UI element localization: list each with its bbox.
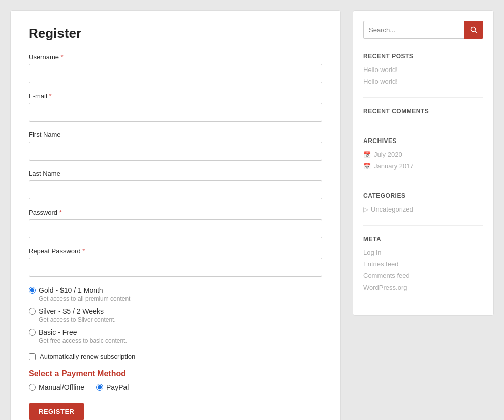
auto-renew-label: Automatically renew subscription <box>40 353 135 360</box>
repeat-password-label: Repeat Password * <box>29 247 322 255</box>
plan-silver-description: Get access to Silver content. <box>39 316 322 323</box>
archive-january-2017-label: January 2017 <box>374 162 414 170</box>
repeat-password-group: Repeat Password * <box>29 247 322 277</box>
plan-gold-radio[interactable] <box>29 287 36 294</box>
email-input[interactable] <box>29 103 322 122</box>
username-input[interactable] <box>29 64 322 83</box>
calendar-icon-2: 📅 <box>363 163 371 170</box>
meta-title: META <box>363 236 483 243</box>
lastname-group: Last Name <box>29 170 322 199</box>
plan-gold: Gold - $10 / 1 Month Get access to all p… <box>29 286 322 302</box>
search-input[interactable] <box>363 21 464 39</box>
meta-entries-feed[interactable]: Entries feed <box>363 260 483 268</box>
meta-comments-feed[interactable]: Comments feed <box>363 272 483 279</box>
recent-posts-section: RECENT POSTS Hello world! Hello world! <box>363 53 483 85</box>
plan-gold-description: Get access to all premium content <box>39 295 322 302</box>
meta-wordpress-org[interactable]: WordPress.org <box>363 284 483 291</box>
plan-basic-description: Get free access to basic content. <box>39 337 322 344</box>
payment-paypal-label: PayPal <box>106 383 129 391</box>
categories-section: CATEGORIES ▷ Uncategorized <box>363 192 483 213</box>
repeat-password-input[interactable] <box>29 258 322 277</box>
auto-renew-checkbox[interactable] <box>29 353 36 360</box>
username-group: Username * <box>29 53 322 83</box>
recent-comments-title: RECENT COMMENTS <box>363 108 483 115</box>
folder-icon: ▷ <box>363 206 368 213</box>
meta-login[interactable]: Log in <box>363 249 483 256</box>
archives-section: ARCHIVES 📅 July 2020 📅 January 2017 <box>363 137 483 170</box>
password-input[interactable] <box>29 219 322 238</box>
archives-title: ARCHIVES <box>363 137 483 145</box>
archive-january-2017[interactable]: 📅 January 2017 <box>363 162 483 170</box>
plan-silver: Silver - $5 / 2 Weeks Get access to Silv… <box>29 307 322 323</box>
payment-manual-radio[interactable] <box>29 384 36 391</box>
search-row <box>363 21 483 39</box>
payment-paypal[interactable]: PayPal <box>96 383 129 391</box>
archive-july-2020[interactable]: 📅 July 2020 <box>363 151 483 158</box>
calendar-icon-1: 📅 <box>363 151 371 158</box>
payment-paypal-radio[interactable] <box>96 384 103 391</box>
recent-posts-title: RECENT POSTS <box>363 53 483 60</box>
payment-manual-label: Manual/Offline <box>39 383 84 391</box>
meta-section: META Log in Entries feed Comments feed W… <box>363 236 483 291</box>
register-card: Register Username * E-mail * First Name … <box>10 10 341 420</box>
divider-1 <box>363 97 483 98</box>
username-label: Username * <box>29 53 322 61</box>
lastname-label: Last Name <box>29 170 322 177</box>
email-label: E-mail * <box>29 92 322 100</box>
payment-title: Select a Payment Method <box>29 369 322 378</box>
recent-post-1[interactable]: Hello world! <box>363 66 483 74</box>
plan-silver-radio[interactable] <box>29 308 36 315</box>
recent-post-2[interactable]: Hello world! <box>363 78 483 85</box>
email-group: E-mail * <box>29 92 322 122</box>
firstname-input[interactable] <box>29 142 322 161</box>
recent-comments-section: RECENT COMMENTS <box>363 108 483 115</box>
plan-basic-radio[interactable] <box>29 329 36 336</box>
page-title: Register <box>29 26 322 41</box>
search-button[interactable] <box>464 21 483 39</box>
svg-line-1 <box>475 31 477 33</box>
plan-basic-label: Basic - Free <box>39 328 77 336</box>
divider-3 <box>363 182 483 182</box>
category-uncategorized[interactable]: ▷ Uncategorized <box>363 205 483 213</box>
lastname-input[interactable] <box>29 180 322 199</box>
category-uncategorized-label: Uncategorized <box>371 205 413 213</box>
sidebar: RECENT POSTS Hello world! Hello world! R… <box>353 10 494 316</box>
firstname-label: First Name <box>29 131 322 138</box>
payment-manual[interactable]: Manual/Offline <box>29 383 84 391</box>
plan-gold-label: Gold - $10 / 1 Month <box>39 286 103 294</box>
plan-basic: Basic - Free Get free access to basic co… <box>29 328 322 344</box>
auto-renew-group: Automatically renew subscription <box>29 353 322 360</box>
categories-title: CATEGORIES <box>363 192 483 199</box>
archive-july-2020-label: July 2020 <box>374 151 402 158</box>
firstname-group: First Name <box>29 131 322 161</box>
plan-silver-label: Silver - $5 / 2 Weeks <box>39 307 104 315</box>
divider-4 <box>363 225 483 226</box>
payment-options: Manual/Offline PayPal <box>29 383 322 391</box>
password-label: Password * <box>29 208 322 216</box>
password-group: Password * <box>29 208 322 238</box>
register-button[interactable]: REGISTER <box>29 403 84 420</box>
divider-2 <box>363 127 483 127</box>
search-icon <box>470 26 477 33</box>
